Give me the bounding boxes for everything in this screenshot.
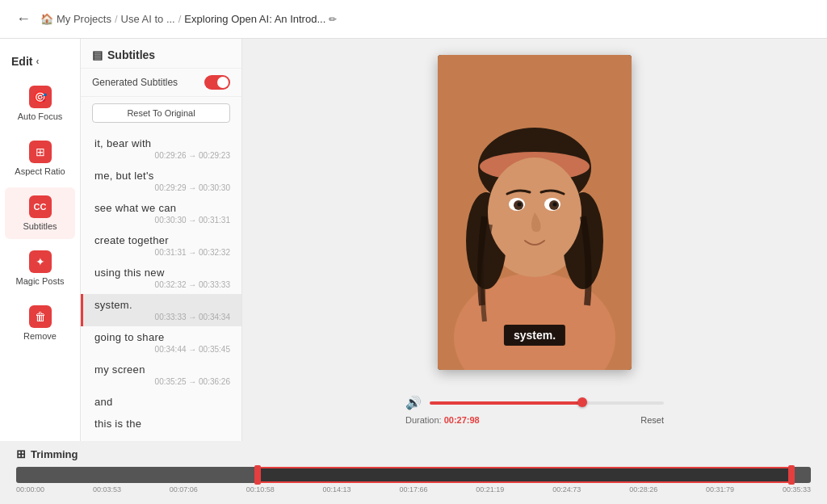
magic-posts-icon: ✦ <box>29 250 52 273</box>
subtitle-item[interactable]: system. 00:33:33 → 00:34:34 <box>81 294 241 326</box>
timeline-label: 00:10:58 <box>246 485 275 494</box>
video-frame: system. <box>438 55 632 370</box>
trimming-icon: ⊞ <box>16 447 26 460</box>
edit-header: Edit ‹ <box>0 48 80 74</box>
generated-subtitles-label: Generated Subtitles <box>92 77 178 88</box>
duration-value: 00:27:98 <box>444 415 480 425</box>
timeline-label: 00:14:13 <box>323 485 351 494</box>
volume-row: 🔊 <box>405 395 664 410</box>
timeline-label: 00:35:33 <box>783 485 811 494</box>
volume-reset-button[interactable]: Reset <box>640 415 664 425</box>
duration-label: Duration: <box>405 415 442 425</box>
aspect-ratio-icon: ⊞ <box>29 141 52 163</box>
video-container: system. <box>258 55 811 385</box>
top-bar: ← 🏠 My Projects / Use AI to ... / Explor… <box>0 0 827 39</box>
video-controls: 🔊 Duration: 00:27:98 Reset <box>258 395 811 425</box>
subtitle-item[interactable]: going to share 00:34:44 → 00:35:45 <box>81 326 241 359</box>
breadcrumb: 🏠 My Projects / Use AI to ... / Explorin… <box>40 13 814 25</box>
timeline-label: 00:17:66 <box>399 485 427 494</box>
subtitle-text: and <box>94 396 230 408</box>
breadcrumb-sep1: / <box>115 13 118 25</box>
subtitle-text: it, bear with <box>94 137 230 149</box>
subtitle-item[interactable]: and <box>81 391 241 413</box>
tool-magic-posts[interactable]: ✦ Magic Posts <box>5 242 75 294</box>
generated-subtitles-toggle[interactable] <box>204 75 230 90</box>
timeline-label: 00:28:26 <box>629 485 657 494</box>
subtitle-time: 00:30:30 → 00:31:31 <box>94 216 230 225</box>
timeline-label: 00:00:00 <box>16 485 44 494</box>
subtitle-item[interactable]: using this new 00:32:32 → 00:33:33 <box>81 262 241 294</box>
back-button[interactable]: ← <box>13 7 34 31</box>
subtitles-list: it, bear with 00:29:26 → 00:29:23 me, bu… <box>81 129 241 441</box>
subtitle-item[interactable]: me, but let's 00:29:29 → 00:30:30 <box>81 165 241 197</box>
tool-remove-label: Remove <box>23 331 57 341</box>
trimming-section: ⊞ Trimming 00:00:0000:03:5300:07:0600:10… <box>0 441 827 504</box>
subtitles-panel: ▤ Subtitles Generated Subtitles Reset To… <box>81 39 242 441</box>
subtitle-text: me, but let's <box>94 170 230 182</box>
subtitle-text: system. <box>94 299 230 311</box>
svg-point-14 <box>553 203 557 207</box>
timeline-handle-right[interactable] <box>788 465 795 485</box>
subtitle-item[interactable]: create together 00:31:31 → 00:32:32 <box>81 229 241 262</box>
trimming-title: Trimming <box>31 448 78 460</box>
remove-icon: 🗑 <box>29 305 52 328</box>
timeline-label: 00:24:73 <box>552 485 581 494</box>
volume-slider[interactable] <box>430 401 664 405</box>
subtitle-time: 00:32:32 → 00:33:33 <box>94 280 230 289</box>
timeline-label: 00:21:19 <box>476 485 504 494</box>
subtitles-panel-title: Subtitles <box>107 48 155 61</box>
tool-aspect-ratio-label: Aspect Ratio <box>15 166 65 176</box>
video-person-svg <box>438 55 632 370</box>
timeline-label: 00:07:06 <box>170 485 198 494</box>
subtitles-panel-header: ▤ Subtitles <box>81 39 241 69</box>
timeline-labels: 00:00:0000:03:5300:07:0600:10:5800:14:13… <box>16 485 811 494</box>
volume-fill <box>430 401 582 405</box>
timeline-label: 00:31:79 <box>706 485 734 494</box>
subtitle-text: going to share <box>94 331 230 343</box>
tool-remove[interactable]: 🗑 Remove <box>5 297 75 349</box>
breadcrumb-ai[interactable]: Use AI to ... <box>121 13 175 25</box>
subtitle-time: 00:35:25 → 00:36:26 <box>94 377 230 386</box>
timeline-track[interactable] <box>16 467 811 483</box>
main-content: Edit ‹ 🎯 Auto Focus ⊞ Aspect Ratio CC Su… <box>0 39 827 441</box>
volume-thumb <box>577 397 587 407</box>
reset-original-button[interactable]: Reset To Original <box>92 103 230 123</box>
subtitle-time: 00:29:26 → 00:29:23 <box>94 151 230 160</box>
subtitle-text: my screen <box>94 363 230 376</box>
tool-auto-focus[interactable]: 🎯 Auto Focus <box>5 78 75 129</box>
volume-icon[interactable]: 🔊 <box>405 395 422 410</box>
breadcrumb-edit-icon[interactable]: ✏ <box>329 14 337 25</box>
duration-row: Duration: 00:27:98 Reset <box>405 415 664 425</box>
breadcrumb-current: Exploring Open AI: An Introd... <box>184 13 325 25</box>
subtitle-text: create together <box>94 234 230 246</box>
subtitle-time: 00:33:33 → 00:34:34 <box>94 313 230 321</box>
subtitle-item[interactable]: it, bear with 00:29:26 → 00:29:23 <box>81 132 241 165</box>
timeline-label: 00:03:53 <box>93 485 121 494</box>
subtitle-item[interactable]: see what we can 00:30:30 → 00:31:31 <box>81 197 241 229</box>
breadcrumb-sep2: / <box>178 13 182 25</box>
generated-subtitles-row: Generated Subtitles <box>81 69 241 97</box>
timeline-handle-left[interactable] <box>254 465 261 485</box>
subtitle-time: 00:31:31 → 00:32:32 <box>94 248 230 257</box>
subtitle-text: see what we can <box>94 202 230 214</box>
subtitle-item[interactable]: this is the <box>81 413 241 435</box>
subtitle-time: 00:29:29 → 00:30:30 <box>94 183 230 192</box>
subtitle-text: this is the <box>94 418 230 430</box>
subtitle-text: using this new <box>94 267 230 279</box>
timeline-container: 00:00:0000:03:5300:07:0600:10:5800:14:13… <box>16 467 811 496</box>
subtitles-icon: CC <box>29 195 52 218</box>
edit-back-arrow[interactable]: ‹ <box>36 56 39 67</box>
svg-point-13 <box>518 203 522 207</box>
trimming-header: ⊞ Trimming <box>16 447 811 460</box>
subtitle-item[interactable]: my screen 00:35:25 → 00:36:26 <box>81 359 241 391</box>
duration-info: Duration: 00:27:98 <box>405 415 480 425</box>
home-icon[interactable]: 🏠 <box>40 13 53 25</box>
tools-sidebar: Edit ‹ 🎯 Auto Focus ⊞ Aspect Ratio CC Su… <box>0 39 81 441</box>
subtitles-panel-icon: ▤ <box>92 48 103 61</box>
timeline-active-region <box>254 467 795 483</box>
tool-subtitles[interactable]: CC Subtitles <box>5 187 75 239</box>
tool-aspect-ratio[interactable]: ⊞ Aspect Ratio <box>5 132 75 184</box>
video-area: system. 🔊 Duration: 00:27:98 Reset <box>242 39 827 441</box>
breadcrumb-projects[interactable]: My Projects <box>57 13 111 25</box>
edit-label: Edit <box>11 55 32 68</box>
